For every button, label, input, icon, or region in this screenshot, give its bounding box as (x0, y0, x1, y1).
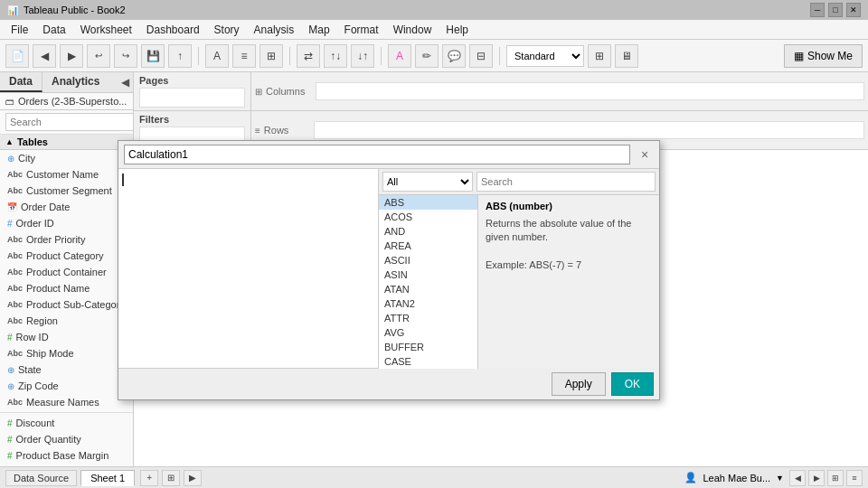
sort-desc-button[interactable]: ↓↑ (351, 44, 374, 68)
minimize-button[interactable]: ─ (810, 3, 825, 17)
user-name[interactable]: Leah Mae Bu... (703, 473, 770, 483)
field-order-id[interactable]: # Order ID (0, 215, 133, 231)
field-profit[interactable]: # Profit (0, 464, 133, 466)
annotation-button[interactable]: ✏ (415, 44, 439, 68)
sheet-tab[interactable]: Sheet 1 (80, 470, 135, 486)
menu-help[interactable]: Help (439, 22, 476, 38)
func-detail-example: Example: ABS(-7) = 7 (486, 259, 581, 270)
user-dropdown-icon[interactable]: ▼ (776, 474, 784, 483)
func-atan[interactable]: ATAN (379, 282, 477, 296)
func-ascii[interactable]: ASCII (379, 253, 477, 267)
close-button[interactable]: ✕ (846, 3, 861, 17)
scroll-sheets-btn[interactable]: ▶ (184, 470, 202, 486)
duplicate-sheet-btn[interactable]: ⊞ (162, 470, 180, 486)
apply-button[interactable]: Apply (552, 372, 606, 396)
color-button[interactable]: A (388, 44, 411, 68)
field-product-subcat[interactable]: Abc Product Sub-Category (0, 296, 133, 313)
rows-drop[interactable] (314, 121, 864, 139)
view-btn[interactable]: ⊞ (588, 44, 611, 68)
ok-button[interactable]: OK (611, 372, 654, 396)
field-row-id[interactable]: # Row ID (0, 329, 133, 345)
func-abs[interactable]: ABS (379, 195, 477, 210)
field-city[interactable]: ⊕ City (0, 150, 133, 166)
menu-story[interactable]: Story (207, 22, 247, 38)
undo-button[interactable]: ↩ (87, 44, 110, 68)
collapse-panel-icon[interactable]: ◀ (121, 76, 129, 89)
field-product-container[interactable]: Abc Product Container (0, 264, 133, 280)
field-order-date[interactable]: 📅 Order Date (0, 199, 133, 215)
data-source-name[interactable]: Orders (2-3B-Supersto... (18, 96, 127, 107)
functions-panel: All Number String Date Logical Aggregate… (379, 169, 659, 368)
tooltip-button2[interactable]: ⊟ (469, 44, 493, 68)
field-region[interactable]: Abc Region (0, 313, 133, 329)
func-search-input[interactable] (476, 172, 656, 192)
tooltip-button[interactable]: 💬 (442, 44, 466, 68)
field-product-name[interactable]: Abc Product Name (0, 280, 133, 296)
sort-asc-button[interactable]: ↑↓ (324, 44, 347, 68)
field-measure-names[interactable]: Abc Measure Names (0, 394, 133, 410)
menu-file[interactable]: File (4, 22, 35, 38)
maximize-button[interactable]: □ (828, 3, 843, 17)
field-order-priority[interactable]: Abc Order Priority (0, 231, 133, 248)
user-icon: 👤 (684, 472, 697, 483)
dialog-close-button[interactable]: × (636, 145, 654, 164)
func-avg[interactable]: AVG (379, 325, 477, 340)
save-button[interactable]: 💾 (141, 44, 165, 68)
data-source-tab[interactable]: Data Source (5, 470, 77, 486)
tab-analytics[interactable]: Analytics (42, 72, 108, 92)
publish-button[interactable]: ↑ (168, 44, 192, 68)
func-category-select[interactable]: All Number String Date Logical Aggregate (382, 172, 473, 192)
func-area[interactable]: AREA (379, 239, 477, 253)
menu-window[interactable]: Window (386, 22, 439, 38)
view-size-select[interactable]: Standard Fit Width Fit Height Entire Vie… (506, 45, 584, 67)
view-control-4[interactable]: ≡ (846, 470, 863, 486)
format-button3[interactable]: ⊞ (259, 44, 283, 68)
formula-editor[interactable] (118, 169, 379, 368)
menu-worksheet[interactable]: Worksheet (73, 22, 139, 38)
func-buffer[interactable]: BUFFER (379, 340, 477, 354)
tab-data[interactable]: Data (0, 72, 42, 92)
calculation-name-input[interactable] (124, 145, 630, 164)
field-customer-segment[interactable]: Abc Customer Segment (0, 183, 133, 199)
device-btn[interactable]: 🖥 (615, 44, 638, 68)
func-atan2[interactable]: ATAN2 (379, 296, 477, 311)
field-search-input[interactable] (5, 113, 134, 131)
field-ship-mode[interactable]: Abc Ship Mode (0, 345, 133, 361)
app-icon: 📊 (7, 5, 18, 15)
new-button[interactable]: 📄 (5, 44, 29, 68)
field-customer-name[interactable]: Abc Customer Name (0, 166, 133, 183)
field-product-margin[interactable]: # Product Base Margin (0, 447, 133, 464)
menu-analysis[interactable]: Analysis (247, 22, 302, 38)
func-attr[interactable]: ATTR (379, 311, 477, 325)
menu-dashboard[interactable]: Dashboard (139, 22, 207, 38)
format-size-button[interactable]: A (205, 44, 229, 68)
tables-section-header[interactable]: ▲ Tables (0, 135, 133, 150)
func-case[interactable]: CASE (379, 354, 477, 369)
text-icon-measure-names: Abc (7, 398, 23, 407)
func-asin[interactable]: ASIN (379, 267, 477, 282)
pages-drop-area[interactable] (139, 88, 245, 108)
func-acos[interactable]: ACOS (379, 210, 477, 224)
swap-button[interactable]: ⇄ (297, 44, 320, 68)
field-zip[interactable]: ⊕ Zip Code (0, 378, 133, 394)
menu-map[interactable]: Map (301, 22, 336, 38)
menu-format[interactable]: Format (337, 22, 386, 38)
menu-data[interactable]: Data (35, 22, 72, 38)
view-control-2[interactable]: ▶ (808, 470, 825, 486)
field-order-qty[interactable]: # Order Quantity (0, 431, 133, 447)
data-source-icon: 🗃 (5, 97, 14, 107)
show-me-button[interactable]: ▦ Show Me (784, 44, 863, 68)
sep2 (289, 47, 290, 65)
format-button2[interactable]: ≡ (232, 44, 256, 68)
forward-button[interactable]: ▶ (60, 44, 83, 68)
view-control-3[interactable]: ⊞ (827, 470, 844, 486)
back-button[interactable]: ◀ (33, 44, 56, 68)
redo-button[interactable]: ↪ (114, 44, 137, 68)
func-and[interactable]: AND (379, 224, 477, 239)
new-sheet-btn[interactable]: + (140, 470, 158, 486)
field-discount[interactable]: # Discount (0, 415, 133, 431)
field-state[interactable]: ⊕ State (0, 361, 133, 378)
columns-drop[interactable] (316, 82, 864, 100)
field-product-category[interactable]: Abc Product Category (0, 248, 133, 264)
view-control-1[interactable]: ◀ (789, 470, 806, 486)
